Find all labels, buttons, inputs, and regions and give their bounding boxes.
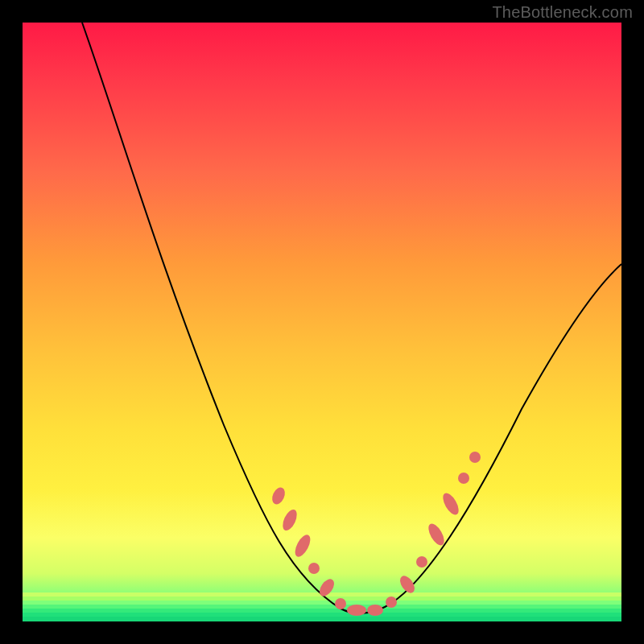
- svg-point-1: [280, 507, 300, 532]
- svg-point-13: [458, 473, 469, 484]
- curve-layer: [23, 23, 621, 621]
- svg-point-10: [416, 556, 427, 568]
- svg-point-12: [440, 491, 461, 518]
- svg-point-2: [292, 532, 313, 559]
- svg-point-11: [425, 522, 447, 548]
- svg-point-6: [347, 605, 366, 616]
- marker-group: [270, 452, 481, 616]
- svg-point-14: [469, 452, 481, 463]
- chart-stage: TheBottleneck.com: [0, 0, 644, 644]
- svg-point-9: [397, 573, 417, 596]
- svg-point-5: [335, 598, 346, 609]
- svg-point-0: [270, 485, 287, 506]
- bottleneck-curve: [82, 23, 621, 613]
- svg-point-3: [308, 563, 320, 574]
- svg-point-4: [316, 576, 336, 599]
- watermark-text: TheBottleneck.com: [492, 3, 633, 22]
- svg-point-8: [386, 597, 397, 608]
- svg-point-7: [367, 605, 383, 616]
